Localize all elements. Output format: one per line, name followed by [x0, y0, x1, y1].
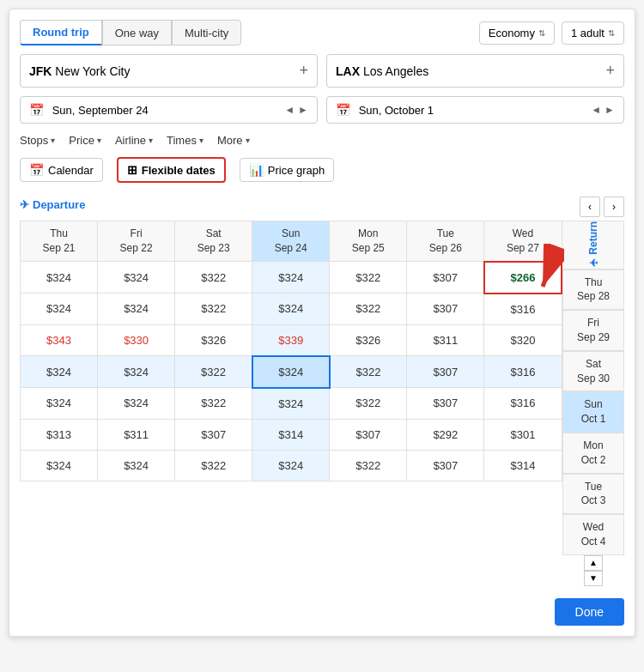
scroll-up-btn[interactable]: ▲ — [584, 555, 603, 571]
cell-r6-c0[interactable]: $324 — [21, 450, 98, 481]
cell-r2-c1[interactable]: $330 — [98, 324, 175, 356]
cell-r3-c4[interactable]: $322 — [330, 356, 407, 388]
done-button[interactable]: Done — [555, 598, 624, 626]
departure-date-prev[interactable]: ◄ — [284, 104, 295, 116]
cell-r2-c6[interactable]: $320 — [484, 324, 562, 356]
view-btn-flexible-dates[interactable]: ⊞Flexible dates — [117, 157, 226, 183]
origin-code-city: JFK New York City — [29, 64, 131, 78]
cell-r4-c2[interactable]: $322 — [175, 388, 252, 420]
col-header-6: WedSep 27 — [484, 221, 562, 262]
trip-tabs: Round trip One way Multi-city — [20, 20, 241, 45]
cell-r3-c3[interactable]: $324 — [252, 356, 330, 388]
departure-date-next[interactable]: ► — [298, 104, 308, 116]
cell-r6-c1[interactable]: $324 — [98, 450, 175, 481]
cell-r3-c5[interactable]: $307 — [407, 356, 484, 388]
cell-r3-c6[interactable]: $316 — [484, 356, 562, 388]
cell-r6-c3[interactable]: $324 — [252, 450, 330, 481]
filter-airline[interactable]: Airline▾ — [115, 134, 153, 147]
grid-main: ThuSep 21FriSep 22SatSep 23SunSep 24MonS… — [20, 221, 562, 590]
cell-r4-c1[interactable]: $324 — [98, 388, 175, 420]
return-cell-6[interactable]: WedOct 4 — [562, 514, 624, 555]
tab-one-way[interactable]: One way — [102, 20, 172, 45]
cell-r2-c2[interactable]: $326 — [175, 324, 252, 356]
passengers-dropdown[interactable]: 1 adult ⇅ — [562, 21, 624, 45]
cell-r1-c4[interactable]: $322 — [330, 294, 407, 325]
departure-date-input[interactable]: 📅 Sun, September 24 ◄ ► — [20, 96, 318, 124]
cell-r1-c5[interactable]: $307 — [407, 294, 484, 325]
return-date-input[interactable]: 📅 Sun, October 1 ◄ ► — [326, 96, 624, 124]
cell-r6-c2[interactable]: $322 — [175, 450, 252, 481]
filter-times[interactable]: Times▾ — [167, 134, 204, 147]
cell-r0-c1[interactable]: $324 — [98, 262, 175, 294]
cell-r5-c1[interactable]: $311 — [98, 419, 175, 450]
cell-r2-c3[interactable]: $339 — [252, 324, 330, 356]
cell-r1-c2[interactable]: $322 — [175, 294, 252, 325]
cell-r6-c6[interactable]: $314 — [484, 450, 562, 481]
scroll-buttons: ▲ ▼ — [562, 555, 624, 590]
cell-r0-c3[interactable]: $324 — [252, 262, 330, 294]
col-header-0: ThuSep 21 — [21, 221, 98, 262]
cabin-class-dropdown[interactable]: Economy ⇅ — [479, 21, 555, 45]
cell-r4-c0[interactable]: $324 — [21, 388, 98, 420]
grid-next-btn[interactable]: › — [604, 197, 624, 217]
grid-nav-arrows: ‹ › — [580, 197, 624, 217]
cell-r5-c4[interactable]: $307 — [330, 419, 407, 450]
filter-stops[interactable]: Stops▾ — [20, 134, 55, 147]
table-row: $324$324$322$324$322$307$316 — [21, 294, 562, 325]
tab-round-trip[interactable]: Round trip — [20, 20, 102, 45]
cell-r0-c4[interactable]: $322 — [330, 262, 407, 294]
cell-r5-c2[interactable]: $307 — [175, 419, 252, 450]
cell-r4-c4[interactable]: $322 — [330, 388, 407, 420]
table-row: $324$324$322$324$322$307$316 — [21, 388, 562, 420]
view-btn-price-graph[interactable]: 📊Price graph — [240, 158, 334, 182]
departure-label-text: Departure — [33, 198, 85, 211]
tab-multi-city[interactable]: Multi-city — [172, 20, 241, 45]
cell-r4-c6[interactable]: $316 — [484, 388, 562, 420]
cell-r0-c2[interactable]: $322 — [175, 262, 252, 294]
cell-r0-c5[interactable]: $307 — [407, 262, 484, 294]
return-cell-0[interactable]: ThuSep 28 — [562, 269, 624, 311]
cell-r5-c3[interactable]: $314 — [252, 419, 330, 450]
cell-r4-c5[interactable]: $307 — [407, 388, 484, 420]
cell-r3-c2[interactable]: $322 — [175, 356, 252, 388]
cell-r2-c0[interactable]: $343 — [21, 324, 98, 356]
filter-row: Stops▾Price▾Airline▾Times▾More▾ — [20, 134, 624, 147]
dates-row: 📅 Sun, September 24 ◄ ► 📅 Sun, October 1… — [20, 96, 624, 124]
cell-r1-c0[interactable]: $324 — [21, 294, 98, 325]
return-cell-5[interactable]: TueOct 3 — [562, 474, 624, 515]
cell-r2-c4[interactable]: $326 — [330, 324, 407, 356]
cell-r4-c3[interactable]: $324 — [252, 388, 330, 420]
price-grid-container: ✈ Departure ‹ › ThuSep 21FriSep 22SatSep… — [20, 197, 624, 590]
cell-r1-c1[interactable]: $324 — [98, 294, 175, 325]
return-cell-2[interactable]: SatSep 30 — [562, 351, 624, 392]
return-date-next[interactable]: ► — [605, 104, 615, 116]
cell-r5-c6[interactable]: $301 — [484, 419, 562, 450]
cell-r6-c5[interactable]: $307 — [407, 450, 484, 481]
cell-r0-c0[interactable]: $324 — [21, 262, 98, 294]
return-cell-4[interactable]: MonOct 2 — [562, 433, 624, 474]
scroll-down-btn[interactable]: ▼ — [584, 571, 603, 586]
destination-plus[interactable]: + — [605, 62, 615, 80]
cell-r5-c5[interactable]: $292 — [407, 419, 484, 450]
cell-r1-c6[interactable]: $316 — [484, 294, 562, 325]
view-btn-calendar[interactable]: 📅Calendar — [20, 158, 103, 182]
cell-r1-c3[interactable]: $324 — [252, 294, 330, 325]
cell-r3-c1[interactable]: $324 — [98, 356, 175, 388]
origin-input[interactable]: JFK New York City + — [20, 54, 318, 88]
destination-code-city: LAX Los Angeles — [336, 64, 428, 78]
return-cell-1[interactable]: FriSep 29 — [562, 310, 624, 351]
grid-prev-btn[interactable]: ‹ — [580, 197, 600, 217]
cell-r3-c0[interactable]: $324 — [21, 356, 98, 388]
filter-more[interactable]: More▾ — [217, 134, 250, 147]
cell-r5-c0[interactable]: $313 — [21, 419, 98, 450]
return-cell-3[interactable]: SunOct 1 — [562, 391, 624, 433]
cell-r2-c5[interactable]: $311 — [407, 324, 484, 356]
destination-input[interactable]: LAX Los Angeles + — [326, 54, 624, 88]
cell-r6-c4[interactable]: $322 — [330, 450, 407, 481]
table-row: $324$324$322$324$322$307$314 — [21, 450, 562, 481]
cell-r0-c6[interactable]: $266 — [484, 262, 562, 294]
origin-plus[interactable]: + — [299, 62, 308, 80]
return-date-prev[interactable]: ◄ — [591, 104, 601, 116]
grid-wrapper: ThuSep 21FriSep 22SatSep 23SunSep 24MonS… — [20, 221, 624, 590]
filter-price[interactable]: Price▾ — [69, 134, 101, 147]
